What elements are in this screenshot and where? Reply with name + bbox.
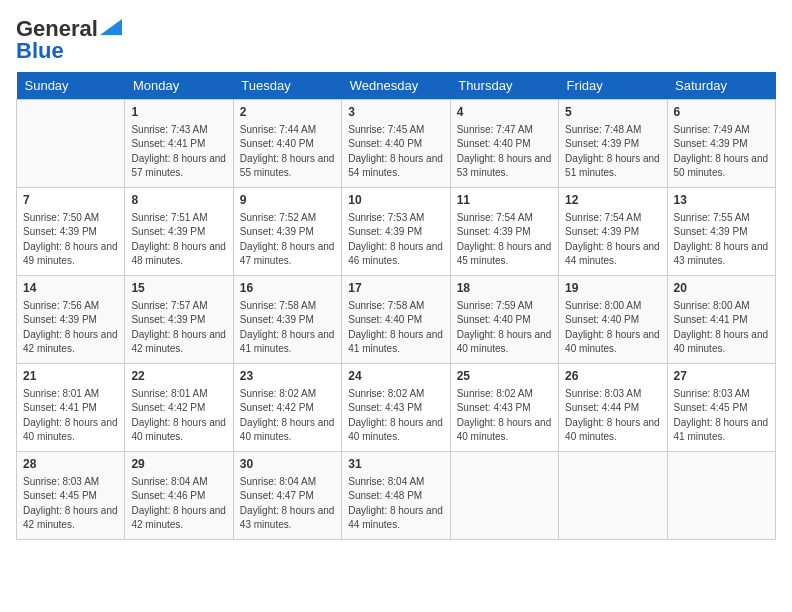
calendar-cell: 4Sunrise: 7:47 AMSunset: 4:40 PMDaylight…	[450, 100, 558, 188]
cell-info: Sunrise: 7:51 AMSunset: 4:39 PMDaylight:…	[131, 211, 226, 269]
calendar-cell: 12Sunrise: 7:54 AMSunset: 4:39 PMDayligh…	[559, 188, 667, 276]
calendar-cell: 30Sunrise: 8:04 AMSunset: 4:47 PMDayligh…	[233, 452, 341, 540]
cell-info: Sunrise: 8:02 AMSunset: 4:42 PMDaylight:…	[240, 387, 335, 445]
cell-info: Sunrise: 8:01 AMSunset: 4:42 PMDaylight:…	[131, 387, 226, 445]
cell-info: Sunrise: 7:58 AMSunset: 4:40 PMDaylight:…	[348, 299, 443, 357]
calendar-cell: 9Sunrise: 7:52 AMSunset: 4:39 PMDaylight…	[233, 188, 341, 276]
calendar-cell: 31Sunrise: 8:04 AMSunset: 4:48 PMDayligh…	[342, 452, 450, 540]
cell-info: Sunrise: 7:58 AMSunset: 4:39 PMDaylight:…	[240, 299, 335, 357]
day-number: 4	[457, 104, 552, 121]
day-number: 24	[348, 368, 443, 385]
cell-info: Sunrise: 7:48 AMSunset: 4:39 PMDaylight:…	[565, 123, 660, 181]
calendar-cell: 19Sunrise: 8:00 AMSunset: 4:40 PMDayligh…	[559, 276, 667, 364]
cell-info: Sunrise: 7:44 AMSunset: 4:40 PMDaylight:…	[240, 123, 335, 181]
calendar-cell: 20Sunrise: 8:00 AMSunset: 4:41 PMDayligh…	[667, 276, 775, 364]
calendar-cell: 3Sunrise: 7:45 AMSunset: 4:40 PMDaylight…	[342, 100, 450, 188]
calendar-cell	[559, 452, 667, 540]
cell-info: Sunrise: 8:04 AMSunset: 4:47 PMDaylight:…	[240, 475, 335, 533]
cell-info: Sunrise: 7:54 AMSunset: 4:39 PMDaylight:…	[457, 211, 552, 269]
cell-info: Sunrise: 7:57 AMSunset: 4:39 PMDaylight:…	[131, 299, 226, 357]
day-number: 20	[674, 280, 769, 297]
calendar-cell: 14Sunrise: 7:56 AMSunset: 4:39 PMDayligh…	[17, 276, 125, 364]
day-number: 31	[348, 456, 443, 473]
calendar-cell: 21Sunrise: 8:01 AMSunset: 4:41 PMDayligh…	[17, 364, 125, 452]
cell-info: Sunrise: 8:04 AMSunset: 4:48 PMDaylight:…	[348, 475, 443, 533]
calendar-cell: 29Sunrise: 8:04 AMSunset: 4:46 PMDayligh…	[125, 452, 233, 540]
day-number: 27	[674, 368, 769, 385]
calendar-cell: 15Sunrise: 7:57 AMSunset: 4:39 PMDayligh…	[125, 276, 233, 364]
day-number: 14	[23, 280, 118, 297]
day-number: 25	[457, 368, 552, 385]
calendar-cell	[667, 452, 775, 540]
calendar-cell: 13Sunrise: 7:55 AMSunset: 4:39 PMDayligh…	[667, 188, 775, 276]
cell-info: Sunrise: 8:03 AMSunset: 4:45 PMDaylight:…	[674, 387, 769, 445]
day-number: 11	[457, 192, 552, 209]
weekday-header-saturday: Saturday	[667, 72, 775, 100]
calendar-cell	[17, 100, 125, 188]
cell-info: Sunrise: 8:02 AMSunset: 4:43 PMDaylight:…	[457, 387, 552, 445]
day-number: 23	[240, 368, 335, 385]
day-number: 7	[23, 192, 118, 209]
week-row-4: 21Sunrise: 8:01 AMSunset: 4:41 PMDayligh…	[17, 364, 776, 452]
day-number: 3	[348, 104, 443, 121]
day-number: 29	[131, 456, 226, 473]
day-number: 28	[23, 456, 118, 473]
day-number: 18	[457, 280, 552, 297]
day-number: 12	[565, 192, 660, 209]
day-number: 30	[240, 456, 335, 473]
calendar-cell: 23Sunrise: 8:02 AMSunset: 4:42 PMDayligh…	[233, 364, 341, 452]
cell-info: Sunrise: 8:04 AMSunset: 4:46 PMDaylight:…	[131, 475, 226, 533]
cell-info: Sunrise: 7:49 AMSunset: 4:39 PMDaylight:…	[674, 123, 769, 181]
day-number: 16	[240, 280, 335, 297]
cell-info: Sunrise: 7:45 AMSunset: 4:40 PMDaylight:…	[348, 123, 443, 181]
cell-info: Sunrise: 8:03 AMSunset: 4:44 PMDaylight:…	[565, 387, 660, 445]
cell-info: Sunrise: 7:53 AMSunset: 4:39 PMDaylight:…	[348, 211, 443, 269]
calendar-cell: 17Sunrise: 7:58 AMSunset: 4:40 PMDayligh…	[342, 276, 450, 364]
day-number: 9	[240, 192, 335, 209]
day-number: 10	[348, 192, 443, 209]
calendar-table: SundayMondayTuesdayWednesdayThursdayFrid…	[16, 72, 776, 540]
cell-info: Sunrise: 7:47 AMSunset: 4:40 PMDaylight:…	[457, 123, 552, 181]
calendar-cell: 25Sunrise: 8:02 AMSunset: 4:43 PMDayligh…	[450, 364, 558, 452]
cell-info: Sunrise: 8:00 AMSunset: 4:41 PMDaylight:…	[674, 299, 769, 357]
cell-info: Sunrise: 7:43 AMSunset: 4:41 PMDaylight:…	[131, 123, 226, 181]
calendar-cell: 22Sunrise: 8:01 AMSunset: 4:42 PMDayligh…	[125, 364, 233, 452]
day-number: 13	[674, 192, 769, 209]
calendar-cell: 16Sunrise: 7:58 AMSunset: 4:39 PMDayligh…	[233, 276, 341, 364]
week-row-2: 7Sunrise: 7:50 AMSunset: 4:39 PMDaylight…	[17, 188, 776, 276]
cell-info: Sunrise: 7:59 AMSunset: 4:40 PMDaylight:…	[457, 299, 552, 357]
calendar-cell	[450, 452, 558, 540]
day-number: 17	[348, 280, 443, 297]
calendar-cell: 2Sunrise: 7:44 AMSunset: 4:40 PMDaylight…	[233, 100, 341, 188]
calendar-cell: 11Sunrise: 7:54 AMSunset: 4:39 PMDayligh…	[450, 188, 558, 276]
calendar-cell: 1Sunrise: 7:43 AMSunset: 4:41 PMDaylight…	[125, 100, 233, 188]
calendar-cell: 7Sunrise: 7:50 AMSunset: 4:39 PMDaylight…	[17, 188, 125, 276]
cell-info: Sunrise: 7:50 AMSunset: 4:39 PMDaylight:…	[23, 211, 118, 269]
cell-info: Sunrise: 8:01 AMSunset: 4:41 PMDaylight:…	[23, 387, 118, 445]
weekday-header-wednesday: Wednesday	[342, 72, 450, 100]
logo-blue: Blue	[16, 38, 64, 64]
calendar-cell: 10Sunrise: 7:53 AMSunset: 4:39 PMDayligh…	[342, 188, 450, 276]
weekday-header-tuesday: Tuesday	[233, 72, 341, 100]
calendar-cell: 24Sunrise: 8:02 AMSunset: 4:43 PMDayligh…	[342, 364, 450, 452]
day-number: 6	[674, 104, 769, 121]
cell-info: Sunrise: 8:02 AMSunset: 4:43 PMDaylight:…	[348, 387, 443, 445]
cell-info: Sunrise: 7:56 AMSunset: 4:39 PMDaylight:…	[23, 299, 118, 357]
cell-info: Sunrise: 7:54 AMSunset: 4:39 PMDaylight:…	[565, 211, 660, 269]
weekday-header-sunday: Sunday	[17, 72, 125, 100]
page-header: General Blue	[16, 16, 776, 64]
calendar-cell: 5Sunrise: 7:48 AMSunset: 4:39 PMDaylight…	[559, 100, 667, 188]
week-row-1: 1Sunrise: 7:43 AMSunset: 4:41 PMDaylight…	[17, 100, 776, 188]
calendar-cell: 8Sunrise: 7:51 AMSunset: 4:39 PMDaylight…	[125, 188, 233, 276]
calendar-cell: 27Sunrise: 8:03 AMSunset: 4:45 PMDayligh…	[667, 364, 775, 452]
day-number: 19	[565, 280, 660, 297]
logo: General Blue	[16, 16, 122, 64]
calendar-cell: 26Sunrise: 8:03 AMSunset: 4:44 PMDayligh…	[559, 364, 667, 452]
calendar-cell: 18Sunrise: 7:59 AMSunset: 4:40 PMDayligh…	[450, 276, 558, 364]
day-number: 26	[565, 368, 660, 385]
day-number: 5	[565, 104, 660, 121]
day-number: 21	[23, 368, 118, 385]
calendar-cell: 28Sunrise: 8:03 AMSunset: 4:45 PMDayligh…	[17, 452, 125, 540]
svg-marker-0	[100, 19, 122, 35]
calendar-cell: 6Sunrise: 7:49 AMSunset: 4:39 PMDaylight…	[667, 100, 775, 188]
